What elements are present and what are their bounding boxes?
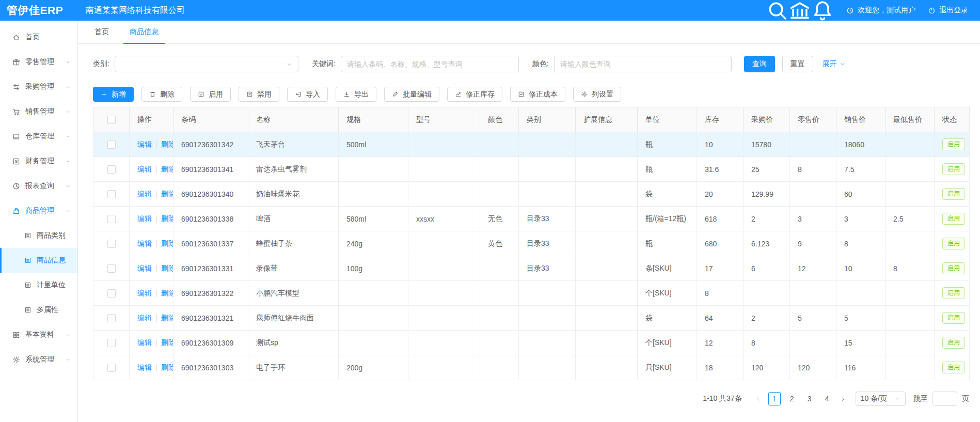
sidebar-item-measure-unit[interactable]: 计量单位 [0,273,77,298]
cell-spec: 240g [339,231,408,256]
delete-button[interactable]: 删除 [141,87,182,102]
edit-link[interactable]: 编辑 [137,239,152,247]
sidebar-item-finance[interactable]: 财务管理 [0,149,77,174]
sidebar-item-product-category[interactable]: 商品类别 [0,223,77,248]
row-checkbox[interactable] [107,289,116,298]
edit-link[interactable]: 编辑 [137,338,152,347]
jump-page-input[interactable] [932,392,957,406]
prev-page-button[interactable] [751,392,766,405]
link-separator: | [155,363,157,371]
edit-link[interactable]: 编辑 [137,289,152,297]
sidebar-item-label: 系统管理 [25,355,54,364]
status-badge: 启用 [942,362,965,373]
cell-purchase: 25 [744,157,790,182]
row-checkbox-cell [93,256,130,281]
reset-button[interactable]: 重置 [782,56,813,72]
add-button[interactable]: 新增 [93,87,134,102]
delete-link[interactable]: 删除 [161,363,173,371]
delete-link[interactable]: 删除 [161,338,173,347]
sidebar-item-basic-data[interactable]: 基本资料 [0,322,77,347]
search-icon[interactable] [766,0,788,22]
cell-model [408,256,480,281]
delete-link[interactable]: 删除 [161,190,173,198]
page-size-select[interactable]: 10 条/页 [856,392,906,406]
welcome-user[interactable]: 欢迎您，测试用户 [846,6,915,15]
row-checkbox[interactable] [107,314,116,322]
row-checkbox[interactable] [107,240,116,248]
next-page-button[interactable] [836,392,850,405]
app-logo: 管伊佳ERP [0,3,78,18]
delete-link[interactable]: 删除 [161,264,173,272]
search-button[interactable]: 查询 [744,56,775,72]
color-input[interactable] [554,56,732,72]
import-button[interactable]: 导入 [287,87,328,102]
row-checkbox[interactable] [107,339,116,347]
fix-cost-button[interactable]: 修正成本 [510,87,565,102]
row-checkbox[interactable] [107,190,116,198]
sidebar-item-purchase[interactable]: 采购管理 [0,74,77,99]
fix-stock-button[interactable]: 修正库存 [447,87,502,102]
cell-status: 启用 [935,157,970,182]
tab-product-info[interactable]: 商品信息 [130,21,159,43]
edit-link[interactable]: 编辑 [137,190,152,198]
cell-color [480,256,519,281]
row-actions-cell: 编辑|删除 [130,132,173,157]
sidebar-item-report[interactable]: 报表查询 [0,174,77,198]
row-checkbox[interactable] [107,215,116,223]
sidebar-item-home[interactable]: 首页 [0,25,77,50]
delete-link[interactable]: 删除 [161,140,173,148]
edit-link[interactable]: 编辑 [137,264,152,272]
page-1-button[interactable]: 1 [768,392,781,405]
select-all-checkbox[interactable] [107,116,116,124]
tab-home[interactable]: 首页 [94,21,109,43]
keyword-label: 关键词: [312,59,336,69]
page-3-button[interactable]: 3 [803,392,816,405]
row-checkbox[interactable] [107,264,116,273]
table-row: 编辑|删除6901236301340奶油味爆米花袋20129.9960启用 [93,182,970,207]
delete-link[interactable]: 删除 [161,289,173,297]
logout-button[interactable]: 退出登录 [928,6,968,15]
cell-model [408,231,480,256]
column-settings-button[interactable]: 列设置 [573,87,621,102]
row-actions-cell: 编辑|删除 [130,331,173,355]
cell-min: 2.5 [886,207,935,231]
sidebar-item-label: 销售管理 [25,107,54,116]
sidebar-item-product-info[interactable]: 商品信息 [0,248,77,273]
sidebar-item-sales[interactable]: 销售管理 [0,99,77,124]
edit-link[interactable]: 编辑 [137,363,152,371]
row-checkbox[interactable] [107,165,116,174]
table-icon [24,306,31,314]
delete-link[interactable]: 删除 [161,314,173,322]
filter-bar: 类别: 关键词: 颜色: 查询 重置 展开 [78,44,980,72]
sidebar-item-multi-attribute[interactable]: 多属性 [0,298,77,322]
chevron-up-icon [65,208,71,214]
expand-link[interactable]: 展开 [823,59,846,69]
row-checkbox[interactable] [107,140,116,149]
disable-button[interactable]: 禁用 [239,87,279,102]
enable-button[interactable]: 启用 [190,87,231,102]
sidebar-item-label: 采购管理 [25,82,54,91]
edit-link[interactable]: 编辑 [137,314,152,322]
keyword-input[interactable] [341,56,519,72]
delete-link[interactable]: 删除 [161,165,173,173]
edit-link[interactable]: 编辑 [137,214,152,223]
chevron-down-icon [65,134,71,139]
export-button[interactable]: 导出 [336,87,376,102]
sidebar-item-retail[interactable]: 零售管理 [0,50,77,74]
edit-link[interactable]: 编辑 [137,140,152,148]
edit-link[interactable]: 编辑 [137,165,152,173]
page-4-button[interactable]: 4 [821,392,833,405]
page-2-button[interactable]: 2 [786,392,798,405]
sidebar-item-product[interactable]: 商品管理 [0,198,77,223]
delete-link[interactable]: 删除 [161,214,173,223]
gear-icon [12,356,20,364]
category-select[interactable] [115,56,298,72]
link-separator: | [155,338,157,347]
bell-icon[interactable] [811,0,834,22]
row-checkbox[interactable] [107,364,116,372]
delete-link[interactable]: 删除 [161,239,173,247]
sidebar-item-system[interactable]: 系统管理 [0,347,77,372]
batch-edit-button[interactable]: 批量编辑 [384,87,439,102]
bank-icon[interactable] [788,0,811,22]
sidebar-item-warehouse[interactable]: 仓库管理 [0,124,77,149]
